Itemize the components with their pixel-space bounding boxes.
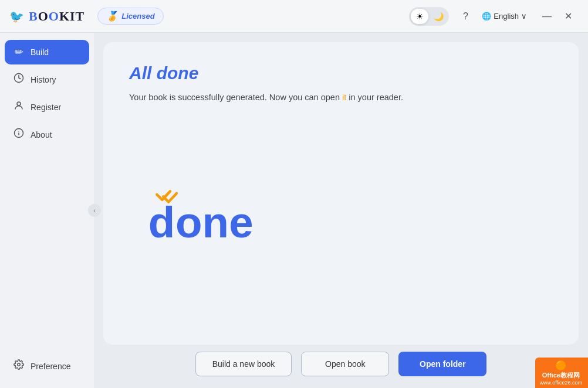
language-button[interactable]: 🌐 English ∨ [477,9,532,23]
light-theme-button[interactable]: ☀ [411,9,428,24]
register-icon [13,100,25,114]
sidebar-item-history-label: History [31,75,56,84]
svg-point-1 [17,102,21,105]
svg-text:one: one [175,198,254,246]
sidebar-item-build-label: Build [31,47,49,57]
success-message: Your book is successfully generated. Now… [129,91,553,104]
sidebar-item-register[interactable]: Register [5,94,89,120]
bottom-buttons: Build a new book Open book Open folder [103,345,579,379]
sidebar-item-register-label: Register [31,103,61,112]
watermark-line2: www.office26.com [540,380,582,386]
watermark-icon: 🟠 [555,360,567,371]
titlebar: 🐦 BOOKIT 🏅 Licensed ☀ 🌙 ? 🌐 English ∨ — … [0,0,588,33]
logo-bird-icon: 🐦 [9,9,24,23]
message-text-3: your reader. [356,93,403,102]
sidebar-item-about-label: About [31,130,52,139]
sidebar-bottom: Preference [5,353,89,381]
close-button[interactable]: ✕ [557,6,579,27]
history-icon [13,73,25,86]
medal-icon: 🏅 [106,11,118,22]
licensed-label: Licensed [121,12,154,21]
watermark: 🟠 Office教程网 www.office26.com [535,358,588,388]
moon-icon: 🌙 [434,12,444,21]
collapse-icon: ‹ [93,207,95,214]
open-book-button[interactable]: Open book [301,352,389,376]
sun-icon: ☀ [416,12,424,21]
help-button[interactable]: ? [456,7,475,26]
globe-icon: 🌐 [482,12,491,21]
sidebar-collapse-button[interactable]: ‹ [88,204,101,217]
sidebar: ✏ Build History Register [0,33,94,388]
build-new-book-button[interactable]: Build a new book [195,352,292,376]
help-icon: ? [463,11,468,22]
language-label: English [494,12,519,21]
licensed-badge: 🏅 Licensed [97,8,163,25]
watermark-line1: Office教程网 [542,371,580,380]
message-text-2: in [346,93,355,102]
sidebar-item-preference-label: Preference [31,362,70,371]
chevron-down-icon: ∨ [521,12,527,21]
all-done-title: All done [129,63,553,83]
content-area: All done Your book is successfully gener… [94,33,588,388]
theme-toggle: ☀ 🌙 [409,7,449,26]
main-layout: ✏ Build History Register [0,33,588,388]
svg-point-5 [18,363,21,366]
sidebar-item-preference[interactable]: Preference [5,353,89,379]
logo-area: 🐦 BOOKIT 🏅 Licensed [9,8,164,25]
sidebar-item-build[interactable]: ✏ Build [5,40,89,64]
minimize-icon: — [542,11,552,22]
close-icon: ✕ [565,11,572,22]
build-icon: ✏ [13,46,25,59]
app-title: BOOKIT [29,9,85,24]
sidebar-item-history[interactable]: History [5,67,89,92]
open-folder-button[interactable]: Open folder [398,352,486,376]
sidebar-item-about[interactable]: About [5,122,89,147]
content-card: All done Your book is successfully gener… [103,42,579,345]
done-logo-svg: d one [141,182,258,252]
preference-icon [13,359,25,373]
about-icon [13,128,25,141]
message-text-1: Your book is successfully generated. Now… [129,93,342,102]
svg-text:d: d [148,198,175,246]
dark-theme-button[interactable]: 🌙 [430,9,447,24]
minimize-button[interactable]: — [536,6,557,27]
done-visual: d one [129,104,553,324]
